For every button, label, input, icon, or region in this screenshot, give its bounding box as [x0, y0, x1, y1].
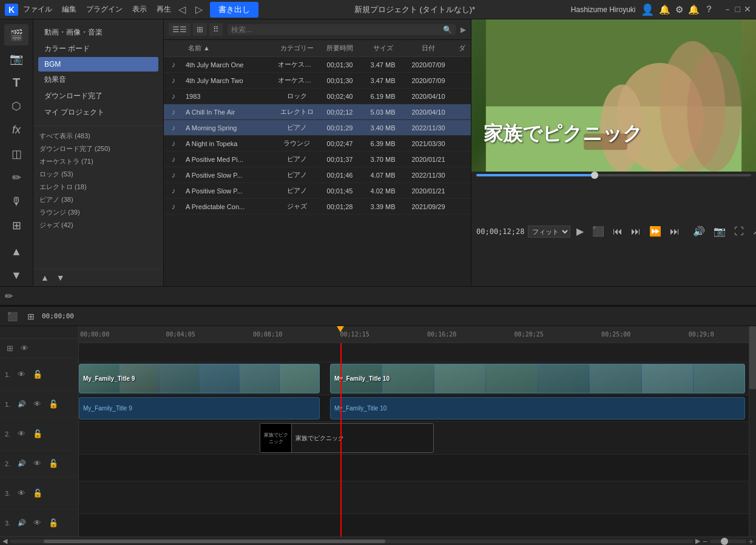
tile-view-button[interactable]: ⠿	[209, 23, 223, 36]
stop-button[interactable]: ⬛	[590, 224, 607, 238]
track-1a-lock[interactable]: 🔓	[47, 399, 60, 409]
track-view-toggle[interactable]: ⊞	[5, 343, 15, 353]
file-row[interactable]: ♪ A Positive Slow P... ピアノ 00;01;46 4.07…	[164, 167, 471, 183]
undo-button[interactable]: ◁	[176, 2, 188, 16]
sidebar-item-filter[interactable]: ⬡	[4, 96, 29, 117]
track-3a-type[interactable]: 🔊	[16, 518, 28, 527]
zoom-out-button[interactable]: −	[703, 537, 707, 546]
video-clip-1[interactable]: My_Family_Title 9	[79, 364, 320, 393]
search-input[interactable]	[231, 25, 440, 34]
close-button[interactable]: ✕	[744, 4, 751, 15]
play-button[interactable]: ▶	[574, 224, 586, 238]
maximize-button[interactable]: □	[735, 4, 740, 15]
nav-down-button[interactable]: ▼	[4, 265, 29, 286]
user-icon[interactable]: 👤	[641, 3, 654, 16]
menu-view[interactable]: 表示	[132, 4, 147, 15]
track-1a-visibility[interactable]: 👁	[32, 399, 43, 409]
sidebar-item-draw[interactable]: ✏	[4, 167, 29, 189]
sidebar-item-media[interactable]: 🎬	[4, 24, 29, 45]
file-row[interactable]: ♪ 4th July March One オーケストラ 00;01;30 3.4…	[164, 57, 471, 73]
track-1v-lock[interactable]: 🔓	[31, 369, 44, 379]
nav-prev-button[interactable]: ▲	[38, 272, 52, 284]
question-icon[interactable]: ？	[704, 4, 714, 15]
list-view-button[interactable]: ☰☰	[169, 23, 191, 36]
file-row[interactable]: ♪ A Positive Slow P... ピアノ 00;01;45 4.02…	[164, 183, 471, 199]
snapshot-button[interactable]: 📷	[711, 224, 728, 238]
timeline-snap-button[interactable]: ⊞	[25, 310, 37, 323]
file-row[interactable]: ♪ A Night in Topeka ラウンジ 00;02;47 6.39 M…	[164, 136, 471, 152]
notification-icon[interactable]: 🔔	[659, 4, 670, 15]
col-date[interactable]: 日付	[404, 42, 453, 54]
menu-play[interactable]: 再生	[157, 4, 171, 15]
track-1v-visibility[interactable]: 👁	[16, 369, 27, 379]
col-name[interactable]: 名前 ▲	[183, 42, 275, 54]
preview-scrubber[interactable]	[476, 174, 751, 176]
settings-icon[interactable]: ⚙	[675, 4, 683, 15]
category-bgm[interactable]: BGM	[38, 57, 158, 72]
menu-edit[interactable]: 編集	[62, 4, 76, 15]
redo-button[interactable]: ▷	[193, 2, 205, 16]
pencil-button[interactable]: ✏	[5, 290, 13, 302]
track-2a-visibility[interactable]: 👁	[32, 458, 43, 469]
track-3a-lock[interactable]: 🔓	[47, 518, 60, 528]
audio-clip-2[interactable]: My_Family_Title 10	[330, 397, 745, 420]
col-size[interactable]: サイズ	[362, 42, 404, 54]
col-category[interactable]: カテゴリー	[275, 42, 318, 54]
text-clip-1[interactable]: 家族でピクニック 家族でピクニック	[260, 423, 434, 453]
track-2v-lock[interactable]: 🔓	[31, 429, 44, 439]
file-row[interactable]: ♪ 4th July March Two オーケストラ 00;01;30 3.4…	[164, 73, 471, 89]
file-row[interactable]: ♪ A Predictable Con... ジャズ 00;01;28 3.39…	[164, 199, 471, 215]
zoom-track[interactable]	[710, 540, 746, 543]
video-clip-2[interactable]: My_Family_Title 10	[330, 364, 745, 393]
next-frame-button[interactable]: ⏩	[647, 224, 664, 238]
sidebar-item-grid[interactable]: ⊞	[4, 215, 29, 236]
category-downloads[interactable]: ダウンロード完了	[38, 88, 158, 104]
subcat-rock[interactable]: ロック (53)	[33, 168, 163, 181]
category-effects[interactable]: 効果音	[38, 72, 158, 88]
track-2a-type[interactable]: 🔊	[16, 459, 28, 468]
zoom-in-button[interactable]: +	[749, 537, 754, 546]
export-button[interactable]: 書き出し	[210, 2, 258, 18]
scroll-left-button[interactable]: ◀	[2, 537, 7, 545]
clip-start-button[interactable]: ⏭	[629, 225, 643, 238]
file-row[interactable]: ♪ A Morning Spring ピアノ 00;01;29 3.40 MB …	[164, 120, 471, 136]
volume-icon[interactable]: 🔊	[690, 224, 707, 238]
subcat-electro[interactable]: エレクトロ (18)	[33, 181, 163, 193]
minimize-button[interactable]: －	[723, 4, 732, 15]
track-2a-lock[interactable]: 🔓	[47, 458, 60, 469]
external-button[interactable]: ↗	[750, 224, 756, 238]
nav-up-button[interactable]: ▲	[4, 241, 29, 262]
nav-next-button[interactable]: ▼	[54, 272, 67, 284]
fast-forward-button[interactable]: ⏭	[667, 225, 682, 238]
timeline-scrollbar-h[interactable]: ◀ ▶ − +	[0, 537, 756, 545]
horizontal-scroll-track[interactable]	[10, 540, 693, 543]
track-3v-lock[interactable]: 🔓	[31, 488, 44, 498]
scroll-right-button[interactable]: ▶	[695, 537, 700, 545]
track-1a-type[interactable]: 🔊	[16, 400, 28, 409]
fullscreen-button[interactable]: ⛶	[732, 225, 746, 238]
sidebar-item-overlay[interactable]: ◫	[4, 143, 29, 164]
menu-file[interactable]: ファイル	[23, 4, 52, 15]
menu-plugin[interactable]: プラグイン	[86, 4, 123, 15]
zoom-thumb[interactable]	[721, 538, 728, 545]
track-visibility[interactable]: 👁	[19, 343, 30, 353]
subcat-downloaded[interactable]: ダウンロード完了 (250)	[33, 142, 163, 155]
category-color-board[interactable]: カラー ボード	[38, 41, 158, 57]
file-row[interactable]: ♪ A Chill In The Air エレクトロ 00;02;12 5.03…	[164, 104, 471, 120]
timeline-ruler[interactable]: 00;00;00 00;04;05 00;08;10 00;12;15 00;1…	[79, 326, 749, 343]
fit-select[interactable]: フィット 100% 75% 50%	[528, 226, 570, 238]
file-row[interactable]: ♪ A Positive Med Pi... ピアノ 00;01;37 3.70…	[164, 152, 471, 167]
track-3a-visibility[interactable]: 👁	[32, 518, 43, 528]
sidebar-item-video[interactable]: 📷	[4, 48, 29, 69]
help-icon[interactable]: 🔔	[688, 4, 700, 15]
sidebar-item-audio[interactable]: 🎙	[4, 191, 29, 212]
subcat-all[interactable]: すべて表示 (483)	[33, 130, 163, 142]
grid-view-button[interactable]: ⊞	[193, 23, 207, 36]
category-media[interactable]: 動画・画像・音楽	[38, 24, 158, 41]
tracks-right-scrollbar[interactable]	[749, 326, 756, 537]
col-duration[interactable]: 所要時間	[318, 42, 362, 54]
file-row[interactable]: ♪ 1983 ロック 00;02;40 6.19 MB 2020/04/10	[164, 89, 471, 104]
sidebar-item-text[interactable]: T	[4, 72, 29, 93]
category-myproject[interactable]: マイ プロジェクト	[38, 104, 158, 121]
subcat-orchestra[interactable]: オーケストラ (71)	[33, 155, 163, 168]
